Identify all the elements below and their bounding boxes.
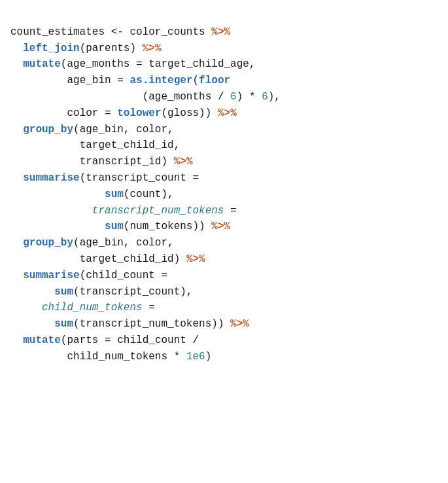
line-1: count_estimates <- color_counts %>% left… — [10, 26, 281, 363]
code-editor: count_estimates <- color_counts %>% left… — [10, 8, 438, 365]
